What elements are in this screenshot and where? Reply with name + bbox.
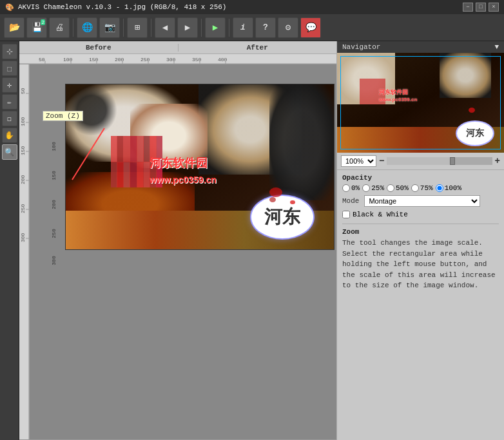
title-controls: − □ × — [463, 3, 499, 12]
nav-thumb-content: 河东软件园 www.pc0359.cn 河东 — [337, 53, 504, 153]
opacity-100-label[interactable]: 100% — [436, 184, 461, 192]
grid-btn[interactable]: ⊞ — [127, 17, 148, 38]
svg-text:50: 50 — [39, 57, 45, 62]
bw-checkbox[interactable] — [342, 211, 350, 218]
hand-tool[interactable]: ✋ — [2, 128, 17, 143]
bw-label: Black & White — [353, 211, 408, 218]
zoom-tool[interactable]: 🔍 — [2, 144, 17, 160]
chat-btn[interactable]: 💬 — [300, 17, 321, 38]
navigator-panel: Navigator ▼ 河东软件园 www.pc0359.cn 河东 — [336, 41, 504, 440]
image-canvas[interactable]: 河东软件园 www.pc0359.cn 河东 — [30, 64, 336, 439]
title-left: 🎨 AKVIS Chameleon v.10.3 - 1.jpg (RGB/8,… — [5, 3, 226, 12]
toolbar-sep-2 — [123, 19, 124, 37]
before-after-bar: Before After — [19, 41, 336, 54]
opacity-title: Opacity — [342, 174, 499, 182]
watermark-line1: 河东软件园 — [150, 155, 208, 171]
nav-viewport-box[interactable] — [340, 56, 501, 149]
main-toolbar: 📂 💾 2 🖨 🌐 📷 ⊞ ◀ ▶ ▶ i ? ⚙ 💬 — [0, 14, 504, 41]
mode-section: Mode Montage Blend Flash — [342, 195, 499, 207]
horizontal-ruler: 50 100 150 200 250 300 350 400 — [19, 54, 336, 64]
help-btn[interactable]: ? — [255, 17, 276, 38]
toolbar-sep-5 — [229, 19, 229, 37]
zoom-help-title: Zoom — [342, 228, 499, 236]
canvas-area: Before After 50 100 150 200 250 300 350 — [19, 41, 336, 440]
navigator-thumbnail: 河东软件园 www.pc0359.cn 河东 — [337, 53, 504, 153]
main-content: ⊹ ⬚ ✛ ✏ ◻ ✋ 🔍 Before After 50 100 150 20… — [0, 41, 504, 440]
mode-label: Mode — [342, 197, 359, 205]
forward-btn[interactable]: ▶ — [177, 17, 198, 38]
opacity-25-radio[interactable] — [362, 184, 370, 192]
zoom-help-description: The tool changes the image scale. Select… — [342, 238, 499, 291]
app-logo: 🎨 — [5, 3, 14, 12]
open-file-btn[interactable]: 📂 — [4, 17, 24, 38]
zoom-select[interactable]: 100% 25% 50% 75% 150% 200% — [341, 155, 376, 167]
eraser-tool[interactable]: ◻ — [2, 111, 17, 126]
zoom-minus-btn[interactable]: − — [379, 156, 384, 166]
save-btn[interactable]: 💾 2 — [26, 17, 47, 38]
opacity-75-radio[interactable] — [411, 184, 419, 192]
svg-text:300: 300 — [20, 233, 26, 242]
mode-row: Mode Montage Blend Flash — [342, 195, 499, 207]
properties-panel: Opacity 0% 25% 50% — [337, 170, 504, 440]
zoom-tooltip: Zoom (Z) — [43, 111, 83, 121]
toolbar-sep-1 — [73, 19, 73, 37]
zoom-help-section: Zoom The tool changes the image scale. S… — [342, 228, 499, 291]
svg-text:250: 250 — [20, 204, 26, 213]
close-button[interactable]: × — [489, 3, 499, 12]
camera-btn[interactable]: 📷 — [99, 17, 120, 38]
globe-btn[interactable]: 🌐 — [77, 17, 97, 38]
navigator-header: Navigator ▼ — [337, 41, 504, 53]
svg-text:200: 200 — [20, 175, 26, 184]
opacity-50-radio[interactable] — [387, 184, 394, 192]
toolbox: ⊹ ⬚ ✛ ✏ ◻ ✋ 🔍 — [0, 41, 19, 440]
watermark-line2: www.pc0359.cn — [150, 175, 217, 185]
marquee-tool[interactable]: ⬚ — [2, 61, 17, 76]
mode-select[interactable]: Montage Blend Flash — [364, 195, 480, 207]
selection-tool[interactable]: ⊹ — [2, 44, 17, 59]
divider — [342, 224, 499, 224]
maximize-button[interactable]: □ — [476, 3, 486, 12]
toolbar-sep-4 — [201, 19, 202, 37]
opacity-75-label[interactable]: 75% — [411, 184, 433, 192]
brush-tool[interactable]: ✏ — [2, 94, 17, 110]
opacity-25-label[interactable]: 25% — [362, 184, 384, 192]
navigator-collapse-icon[interactable]: ▼ — [494, 43, 499, 51]
svg-text:100: 100 — [20, 117, 26, 126]
minimize-button[interactable]: − — [463, 3, 473, 12]
svg-text:150: 150 — [20, 146, 26, 155]
nav-zoom-row: 100% 25% 50% 75% 150% 200% − + — [337, 153, 504, 170]
window-title: AKVIS Chameleon v.10.3 - 1.jpg (RGB/8, 4… — [18, 3, 226, 11]
print-btn[interactable]: 🖨 — [49, 17, 70, 38]
title-bar: 🎨 AKVIS Chameleon v.10.3 - 1.jpg (RGB/8,… — [0, 0, 504, 14]
canvas-wrapper: 50 100 150 200 250 300 — [19, 64, 336, 439]
navigator-title: Navigator — [342, 43, 380, 51]
bw-section: Black & White — [342, 211, 499, 218]
speech-bubble: 河东 — [250, 195, 315, 240]
opacity-100-radio[interactable] — [436, 184, 443, 192]
opacity-0-radio[interactable] — [342, 184, 350, 192]
move-tool[interactable]: ✛ — [2, 77, 17, 93]
opacity-options: 0% 25% 50% 75% — [342, 184, 499, 192]
info-btn[interactable]: i — [233, 17, 253, 38]
play-btn[interactable]: ▶ — [205, 17, 226, 38]
after-label: After — [179, 44, 337, 52]
opacity-50-label[interactable]: 50% — [387, 184, 409, 192]
toolbar-sep-3 — [151, 19, 151, 37]
before-label: Before — [19, 44, 179, 52]
opacity-0-label[interactable]: 0% — [342, 184, 360, 192]
svg-text:50: 50 — [20, 88, 26, 94]
zoom-plus-btn[interactable]: + — [495, 156, 500, 166]
vertical-ruler: 50 100 150 200 250 300 — [19, 64, 30, 439]
zoom-slider[interactable] — [387, 157, 492, 165]
back-btn[interactable]: ◀ — [155, 17, 175, 38]
bw-checkbox-label[interactable]: Black & White — [342, 211, 499, 218]
settings-btn[interactable]: ⚙ — [278, 17, 298, 38]
image-display: 河东软件园 www.pc0359.cn 河东 — [65, 84, 334, 250]
opacity-section: Opacity 0% 25% 50% — [342, 174, 499, 192]
